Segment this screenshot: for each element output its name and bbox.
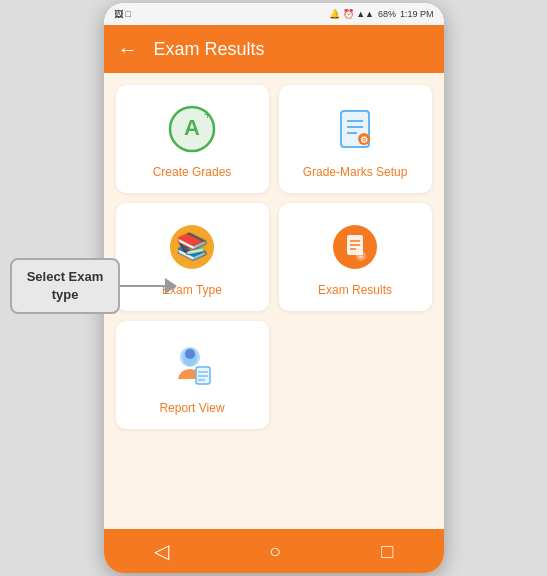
grade-marks-icon: ⚙ (329, 103, 381, 155)
app-header: ← Exam Results (104, 25, 444, 73)
nav-recent-button[interactable]: □ (381, 540, 393, 563)
card-label-report-view: Report View (159, 401, 224, 415)
status-icons: 🖼□ (114, 9, 131, 19)
page-title: Exam Results (154, 39, 265, 60)
card-exam-results[interactable]: ≡ Exam Results (279, 203, 432, 311)
svg-point-21 (185, 349, 195, 359)
grades-icon: A + (166, 103, 218, 155)
card-label-exam-results: Exam Results (318, 283, 392, 297)
svg-text:⚙: ⚙ (360, 135, 368, 145)
status-battery: 68% (378, 9, 396, 19)
svg-text:+: + (204, 108, 211, 122)
svg-text:A: A (184, 115, 200, 140)
svg-text:📚: 📚 (176, 230, 209, 262)
nav-home-button[interactable]: ○ (269, 540, 281, 563)
card-report-view[interactable]: Report View (116, 321, 269, 429)
back-button[interactable]: ← (118, 38, 138, 61)
exam-results-icon: ≡ (329, 221, 381, 273)
card-label-create-grades: Create Grades (153, 165, 232, 179)
report-view-icon (166, 339, 218, 391)
status-bar: 🖼□ 🔔 ⏰ ▲▲ 68% 1:19 PM (104, 3, 444, 25)
card-create-grades[interactable]: A + Create Grades (116, 85, 269, 193)
card-label-grade-marks: Grade-Marks Setup (303, 165, 408, 179)
svg-text:≡: ≡ (359, 252, 364, 261)
annotation-arrow (120, 278, 177, 294)
annotation-box: Select Exam type (10, 258, 120, 314)
bottom-nav: ◁ ○ □ (104, 529, 444, 573)
status-time: 1:19 PM (400, 9, 434, 19)
nav-back-button[interactable]: ◁ (154, 539, 169, 563)
status-signal: 🔔 ⏰ ▲▲ (329, 9, 374, 19)
card-grade-marks[interactable]: ⚙ Grade-Marks Setup (279, 85, 432, 193)
